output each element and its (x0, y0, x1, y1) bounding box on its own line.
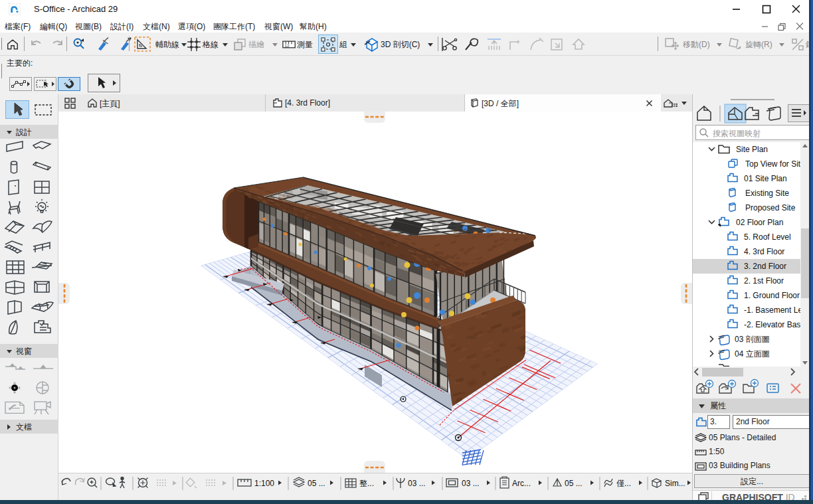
svg-text:-2. Elevator Base: -2. Elevator Base (744, 320, 800, 329)
svg-text:05 ...: 05 ... (308, 479, 325, 488)
svg-text:03 ...: 03 ... (462, 479, 480, 488)
svg-text:1:100: 1:100 (254, 479, 274, 488)
svg-text:整...: 整... (359, 479, 374, 488)
svg-text:Top View for Sit: Top View for Sit (745, 159, 800, 169)
svg-text:Arc...: Arc... (512, 479, 531, 488)
svg-text:僅...: 僅... (616, 479, 631, 488)
svg-text:03 ...: 03 ... (408, 479, 426, 488)
svg-text:Existing Site: Existing Site (745, 189, 789, 198)
svg-text:2. 1st Floor: 2. 1st Floor (744, 276, 784, 286)
svg-text:Sim...: Sim... (665, 479, 685, 488)
svg-text:5. Roof Level: 5. Roof Level (744, 232, 791, 242)
svg-text:12: 12 (285, 43, 290, 48)
svg-text:05 ...: 05 ... (565, 479, 583, 488)
svg-text:01 Site Plan: 01 Site Plan (744, 174, 787, 183)
svg-text:Site Plan: Site Plan (736, 145, 768, 154)
svg-text:4. 3rd Floor: 4. 3rd Floor (744, 247, 784, 256)
svg-text:3. 2nd Floor: 3. 2nd Floor (744, 262, 786, 271)
svg-text:-1. Basement Le: -1. Basement Le (744, 305, 800, 315)
svg-text:03 剖面圖: 03 剖面圖 (735, 335, 770, 344)
svg-text:1. Ground Floor: 1. Ground Floor (744, 291, 800, 300)
svg-text:04 立面圖: 04 立面圖 (735, 349, 770, 359)
svg-text:02 Floor Plan: 02 Floor Plan (736, 218, 783, 227)
svg-text:Proposed Site: Proposed Site (745, 203, 796, 212)
